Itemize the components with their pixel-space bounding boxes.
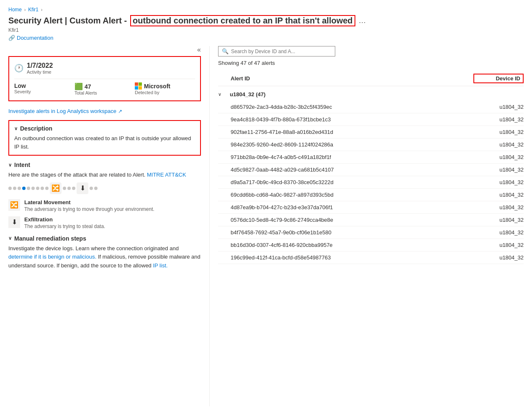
device-id-cell: u1804_32: [473, 154, 524, 160]
lateral-movement-desc: The adversary is trying to move through …: [24, 206, 154, 212]
table-row[interactable]: 69cdd6bb-cd68-4a0c-9827-a897d393c5bd u18…: [218, 189, 524, 201]
table-header: Alert ID Device ID: [218, 71, 524, 86]
alert-id-cell: 971bb28a-0b9e-4c74-a0b5-c491a182bf1f: [231, 154, 473, 160]
alert-id-cell: 9ea4c818-0439-4f7b-880a-673f1bcbe1c3: [231, 116, 473, 123]
alert-id-cell: bb16d30d-0307-4cf6-8146-920cbba9957e: [231, 242, 473, 248]
severity-cell: Low Severity: [14, 82, 75, 94]
activity-label: Activity time: [27, 69, 53, 74]
activity-date: 1/7/2022: [27, 62, 53, 69]
table-row[interactable]: 4d87ea9b-b704-427c-b23d-e3e37da706f1 u18…: [218, 201, 524, 214]
doc-link[interactable]: 🔗 Documentation: [8, 35, 524, 41]
info-card: 🕐 1/7/2022 Activity time Low Severity 🟩: [8, 56, 201, 101]
alert-id-cell: 4d87ea9b-b704-427c-b23d-e3e37da706f1: [231, 204, 473, 210]
remediation-header[interactable]: ∨ Manual remediation steps: [8, 235, 201, 242]
external-link-icon: 🔗: [8, 35, 15, 41]
title-highlighted: outbound connection created to an IP tha…: [130, 15, 355, 26]
detected-by-value: Microsoft: [135, 82, 195, 90]
table-row[interactable]: d865792e-2ac3-4dda-b28c-3b2c5f4359ec u18…: [218, 101, 524, 113]
alert-id-cell: 984e2305-9260-4ed2-8609-1124f024286a: [231, 141, 473, 148]
group-label: u1804_32 (47): [230, 91, 265, 97]
remediation-text: Investigate the device logs. Learn where…: [8, 244, 201, 270]
table-row[interactable]: 902fae11-2756-471e-88a8-a016b2ed431d u18…: [218, 126, 524, 139]
alert-id-cell: 196c99ed-412f-41ca-bcfd-d58e54987763: [231, 254, 473, 261]
description-text: An outbound connection was created to an…: [14, 134, 195, 151]
severity-label: Severity: [14, 89, 75, 94]
stage-exfiltration: ⬇ Exfiltration The adversary is trying t…: [8, 216, 201, 229]
intent-section: ∨ Intent Here are the stages of the atta…: [8, 162, 201, 229]
alerts-icon: 🟩: [75, 82, 83, 90]
intent-text: Here are the stages of the attack that a…: [8, 171, 201, 179]
device-id-cell: u1804_32: [473, 179, 524, 185]
remediation-link2[interactable]: IP list.: [153, 262, 167, 269]
title-ellipsis: …: [359, 16, 366, 25]
table-row[interactable]: 971bb28a-0b9e-4c74-a0b5-c491a182bf1f u18…: [218, 151, 524, 164]
microsoft-icon: [135, 82, 142, 90]
breadcrumb: Home › Kfir1 ›: [8, 7, 524, 13]
lateral-movement-icon: 🔀: [8, 199, 20, 211]
exfiltration-icon: ⬇: [8, 216, 20, 228]
investigate-link[interactable]: Investigate alerts in Log Analytics work…: [8, 108, 201, 114]
col-device-id-header: Device ID: [473, 74, 524, 83]
table-row[interactable]: d9a5a717-0b9c-49cd-8370-38ce05c3222d u18…: [218, 176, 524, 189]
device-id-cell: u1804_32: [473, 204, 524, 210]
table-row[interactable]: b4f76458-7692-45a7-9e0b-cf06e1b1e580 u18…: [218, 226, 524, 239]
search-bar[interactable]: 🔍: [218, 46, 335, 56]
table-row[interactable]: bb16d30d-0307-4cf6-8146-920cbba9957e u18…: [218, 239, 524, 251]
breadcrumb-home[interactable]: Home: [8, 7, 22, 13]
breadcrumb-kfir1[interactable]: Kfir1: [28, 7, 39, 13]
collapse-button[interactable]: «: [8, 46, 201, 54]
table-row[interactable]: 0576dc10-5ed8-4c79-9c86-2749cca4be8e u18…: [218, 214, 524, 226]
table-row[interactable]: 4d5c9827-0aab-4482-a029-ca681b5c4107 u18…: [218, 164, 524, 176]
search-icon: 🔍: [222, 48, 229, 54]
attack-chain: 🔀 ⬇: [8, 182, 201, 194]
alert-group-row[interactable]: ∨ u1804_32 (47): [218, 88, 524, 101]
search-input[interactable]: [231, 49, 323, 54]
page-title: Security Alert | Custom Alert - outbound…: [8, 15, 524, 26]
alert-id-cell: 0576dc10-5ed8-4c79-9c86-2749cca4be8e: [231, 217, 473, 223]
table-row[interactable]: 9ea4c818-0439-4f7b-880a-673f1bcbe1c3 u18…: [218, 113, 524, 126]
breadcrumb-chevron2: ›: [41, 8, 42, 12]
breadcrumb-chevron1: ›: [24, 8, 26, 12]
title-prefix: Security Alert | Custom Alert -: [8, 16, 127, 26]
alert-id-cell: 4d5c9827-0aab-4482-a029-ca681b5c4107: [231, 167, 473, 173]
alerts-table: Alert ID Device ID ∨ u1804_32 (47) d8657…: [218, 71, 524, 406]
alert-id-cell: d9a5a717-0b9c-49cd-8370-38ce05c3222d: [231, 179, 473, 185]
alerts-cell: 🟩 47 Total Alerts: [75, 82, 135, 95]
intent-header[interactable]: ∨ Intent: [8, 162, 201, 168]
stage-lateral-movement: 🔀 Lateral Movement The adversary is tryi…: [8, 199, 201, 212]
table-row[interactable]: 196c99ed-412f-41ca-bcfd-d58e54987763 u18…: [218, 251, 524, 264]
exfiltration-title: Exfiltration: [24, 216, 105, 223]
device-id-cell: u1804_32: [473, 254, 524, 261]
severity-value: Low: [14, 82, 75, 89]
device-id-cell: u1804_32: [473, 217, 524, 223]
alert-id-cell: b4f76458-7692-45a7-9e0b-cf06e1b1e580: [231, 229, 473, 236]
right-panel: 🔍 Showing 47 of 47 alerts Alert ID Devic…: [209, 46, 524, 406]
alerts-label: Total Alerts: [75, 90, 135, 95]
alert-id-cell: 69cdd6bb-cd68-4a0c-9827-a897d393c5bd: [231, 192, 473, 198]
alert-id-cell: d865792e-2ac3-4dda-b28c-3b2c5f4359ec: [231, 104, 473, 110]
lateral-movement-title: Lateral Movement: [24, 199, 154, 205]
device-id-cell: u1804_32: [473, 229, 524, 236]
alerts-value: 🟩 47: [75, 82, 135, 90]
description-section: ∨ Description An outbound connection was…: [8, 120, 201, 156]
remediation-chevron: ∨: [8, 236, 12, 241]
chain-icon2: ⬇: [77, 182, 88, 194]
mitre-link[interactable]: MITRE ATT&CK: [147, 172, 186, 178]
external-link-icon2: ↗: [118, 108, 122, 114]
page-subtitle: Kfir1: [8, 27, 524, 33]
device-id-cell: u1804_32: [473, 167, 524, 173]
col-alert-id-header: Alert ID: [231, 75, 473, 82]
detected-by-label: Detected by: [135, 90, 195, 95]
remediation-link1[interactable]: determine if it is benign or malicious.: [8, 254, 96, 260]
device-id-cell: u1804_32: [473, 242, 524, 248]
device-id-cell: u1804_32: [473, 129, 524, 135]
intent-chevron: ∨: [8, 162, 12, 168]
device-id-cell: u1804_32: [473, 104, 524, 110]
device-id-cell: u1804_32: [473, 192, 524, 198]
description-header[interactable]: ∨ Description: [14, 125, 195, 132]
description-card: ∨ Description An outbound connection was…: [8, 120, 201, 156]
clock-icon: 🕐: [14, 64, 23, 73]
group-chevron-icon: ∨: [218, 92, 227, 97]
table-row[interactable]: 984e2305-9260-4ed2-8609-1124f024286a u18…: [218, 139, 524, 151]
description-chevron: ∨: [14, 126, 18, 131]
